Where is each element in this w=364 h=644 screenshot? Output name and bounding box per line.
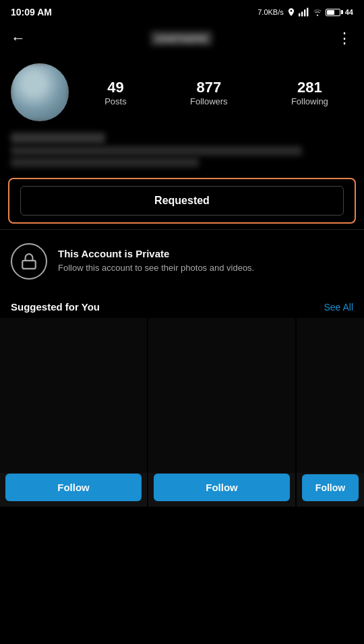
status-icons: 7.0KB/s 44 [257,7,353,17]
bio-line2 [11,158,199,167]
follow-button-1[interactable]: Follow [5,474,142,501]
followers-stat: 877 Followers [190,79,228,106]
bio-name [11,133,105,143]
status-bar: 10:09 AM 7.0KB/s 44 [0,0,364,24]
top-nav: ← username ⋮ [0,24,364,53]
alarm-icon [286,7,296,17]
card-1-image [0,318,147,473]
followers-label: Followers [190,96,228,106]
profile-section: 49 Posts 877 Followers 281 Following [0,53,364,127]
follow-button-2[interactable]: Follow [154,474,290,501]
suggested-header: Suggested for You See All [0,293,364,318]
following-stat: 281 Following [291,79,328,106]
requested-button-wrapper: Requested [8,178,356,224]
status-time: 10:09 AM [11,7,52,18]
requested-button[interactable]: Requested [20,186,344,216]
suggested-title: Suggested for You [11,301,100,313]
network-speed: 7.0KB/s [257,8,284,16]
lock-icon [20,253,38,270]
lock-icon-wrapper [11,243,47,280]
suggested-card-3: Follow [297,318,364,507]
svg-rect-1 [301,11,303,16]
private-account-notice: This Account is Private Follow this acco… [0,229,364,293]
following-count: 281 [297,79,322,96]
posts-label: Posts [104,96,127,106]
private-title: This Account is Private [58,248,254,259]
bio-section [0,127,364,175]
card-3-image [297,318,364,473]
suggested-card-1: Follow [0,318,147,507]
avatar [11,63,69,121]
svg-rect-4 [22,261,36,269]
follow-button-3[interactable]: Follow [302,474,359,501]
back-button[interactable]: ← [11,30,26,47]
card-2-image [148,318,295,473]
bio-line1 [11,146,302,156]
avatar-image [11,63,69,121]
followers-count: 877 [196,79,221,96]
svg-rect-3 [307,8,308,17]
battery-icon: 44 [326,8,353,16]
signal-icon [299,7,309,17]
svg-rect-2 [304,9,305,16]
stats-row: 49 Posts 877 Followers 281 Following [80,79,353,106]
posts-stat: 49 Posts [104,79,127,106]
suggested-grid: Follow Follow Follow [0,318,364,507]
private-description: Follow this account to see their photos … [58,262,254,274]
posts-count: 49 [107,79,123,96]
svg-rect-0 [299,13,300,17]
private-text: This Account is Private Follow this acco… [58,248,254,274]
nav-username: username [150,31,212,46]
more-options-button[interactable]: ⋮ [337,30,353,47]
see-all-button[interactable]: See All [324,302,353,313]
following-label: Following [291,96,328,106]
suggested-card-2: Follow [148,318,295,507]
wifi-icon [312,8,323,16]
